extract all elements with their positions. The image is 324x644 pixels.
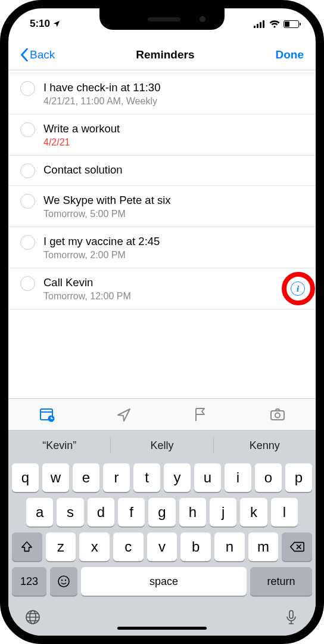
key-v[interactable]: v <box>147 532 177 561</box>
calendar-button[interactable] <box>35 402 59 426</box>
reminder-subtitle: 4/21/21, 11:00 AM, Weekly <box>43 96 306 107</box>
svg-rect-3 <box>263 20 264 28</box>
complete-radio[interactable] <box>20 81 35 96</box>
home-indicator[interactable] <box>117 627 207 630</box>
key-k[interactable]: k <box>240 498 267 527</box>
status-time: 5:10 <box>30 18 50 30</box>
done-button[interactable]: Done <box>275 48 304 61</box>
mic-icon[interactable] <box>282 608 300 626</box>
reminders-list: I have check-in at 11:30 4/21/21, 11:00 … <box>8 70 316 398</box>
reminder-title: Call Kevin <box>43 275 306 290</box>
key-h[interactable]: h <box>179 498 206 527</box>
svg-point-10 <box>61 580 63 581</box>
globe-icon[interactable] <box>24 608 42 626</box>
reminder-title: I have check-in at 11:30 <box>43 80 306 95</box>
key-row-4: 123 space return <box>8 564 316 599</box>
key-r[interactable]: r <box>103 463 130 492</box>
location-icon <box>52 20 61 28</box>
cell-signal-icon <box>254 20 266 28</box>
svg-point-9 <box>58 576 69 587</box>
location-button[interactable] <box>112 402 136 426</box>
key-y[interactable]: y <box>164 463 191 492</box>
battery-icon <box>284 20 299 28</box>
quick-toolbar <box>8 398 316 431</box>
info-button[interactable]: i <box>291 281 305 296</box>
key-m[interactable]: m <box>248 532 279 561</box>
shift-key[interactable] <box>12 532 42 561</box>
key-row-2: a s d f g h j k l <box>8 495 316 530</box>
camera-button[interactable] <box>266 402 289 426</box>
key-t[interactable]: t <box>133 463 160 492</box>
reminder-row[interactable]: I get my vaccine at 2:45 Tomorrow, 2:00 … <box>8 227 316 268</box>
space-key[interactable]: space <box>81 567 247 596</box>
prediction-option[interactable]: Kenny <box>214 439 316 452</box>
reminder-row[interactable]: We Skype with Pete at six Tomorrow, 5:00… <box>8 186 316 227</box>
complete-radio[interactable] <box>20 122 35 137</box>
page-title: Reminders <box>136 48 194 61</box>
svg-rect-1 <box>257 24 258 28</box>
notch <box>99 8 225 30</box>
svg-point-8 <box>275 413 280 418</box>
key-i[interactable]: i <box>225 463 251 492</box>
key-w[interactable]: w <box>42 463 69 492</box>
emoji-icon <box>57 574 71 589</box>
return-key[interactable]: return <box>250 567 312 596</box>
key-row-3: z x c v b n m <box>8 530 316 564</box>
key-b[interactable]: b <box>180 532 211 561</box>
keyboard: “Kevin” Kelly Kenny q w e r t y u i o p … <box>8 431 316 636</box>
reminder-title: We Skype with Pete at six <box>43 193 306 208</box>
reminder-subtitle: Tomorrow, 5:00 PM <box>43 209 306 219</box>
key-j[interactable]: j <box>210 498 236 527</box>
backspace-icon <box>289 540 305 553</box>
device-frame: 5:10 Back Reminders Done I have check-in… <box>0 0 324 644</box>
key-n[interactable]: n <box>214 532 245 561</box>
reminder-row[interactable]: Write a workout 4/2/21 <box>8 114 316 156</box>
prediction-option[interactable]: Kelly <box>111 439 213 452</box>
complete-radio[interactable] <box>20 163 35 178</box>
reminder-row[interactable]: Call Kevin Tomorrow, 12:00 PM i <box>8 268 316 309</box>
key-g[interactable]: g <box>148 498 175 527</box>
key-c[interactable]: c <box>113 532 144 561</box>
key-row-1: q w e r t y u i o p <box>8 460 316 495</box>
svg-rect-7 <box>271 411 284 420</box>
svg-rect-0 <box>254 26 256 28</box>
emoji-key[interactable] <box>50 567 77 596</box>
reminder-subtitle: Tomorrow, 12:00 PM <box>43 291 306 302</box>
key-z[interactable]: z <box>46 532 76 561</box>
reminder-subtitle: Tomorrow, 2:00 PM <box>43 250 306 261</box>
svg-rect-15 <box>289 611 293 618</box>
complete-radio[interactable] <box>20 235 35 250</box>
prediction-bar: “Kevin” Kelly Kenny <box>8 431 316 460</box>
prediction-option[interactable]: “Kevin” <box>8 439 110 452</box>
reminder-row[interactable]: Contact solution <box>8 156 316 186</box>
key-l[interactable]: l <box>271 498 298 527</box>
key-s[interactable]: s <box>57 498 83 527</box>
key-p[interactable]: p <box>285 463 312 492</box>
key-a[interactable]: a <box>26 498 53 527</box>
back-label: Back <box>30 48 55 61</box>
complete-radio[interactable] <box>20 276 35 291</box>
back-button[interactable]: Back <box>20 48 55 61</box>
reminder-title: Contact solution <box>43 163 306 177</box>
flag-button[interactable] <box>189 402 213 426</box>
reminder-subtitle: 4/2/21 <box>43 137 306 148</box>
numbers-key[interactable]: 123 <box>12 567 46 596</box>
key-x[interactable]: x <box>79 532 110 561</box>
shift-icon <box>20 540 33 553</box>
key-u[interactable]: u <box>194 463 221 492</box>
backspace-key[interactable] <box>282 532 312 561</box>
key-d[interactable]: d <box>88 498 114 527</box>
reminder-title: I get my vaccine at 2:45 <box>43 234 306 249</box>
chevron-left-icon <box>20 48 29 61</box>
key-f[interactable]: f <box>118 498 145 527</box>
nav-bar: Back Reminders Done <box>8 39 316 70</box>
reminder-row[interactable]: I have check-in at 11:30 4/21/21, 11:00 … <box>8 73 316 114</box>
key-o[interactable]: o <box>255 463 282 492</box>
key-q[interactable]: q <box>12 463 39 492</box>
svg-rect-2 <box>260 22 261 28</box>
svg-point-11 <box>65 580 66 581</box>
key-e[interactable]: e <box>73 463 99 492</box>
reminder-title: Write a workout <box>43 122 306 136</box>
complete-radio[interactable] <box>20 194 35 209</box>
wifi-icon <box>269 20 280 28</box>
